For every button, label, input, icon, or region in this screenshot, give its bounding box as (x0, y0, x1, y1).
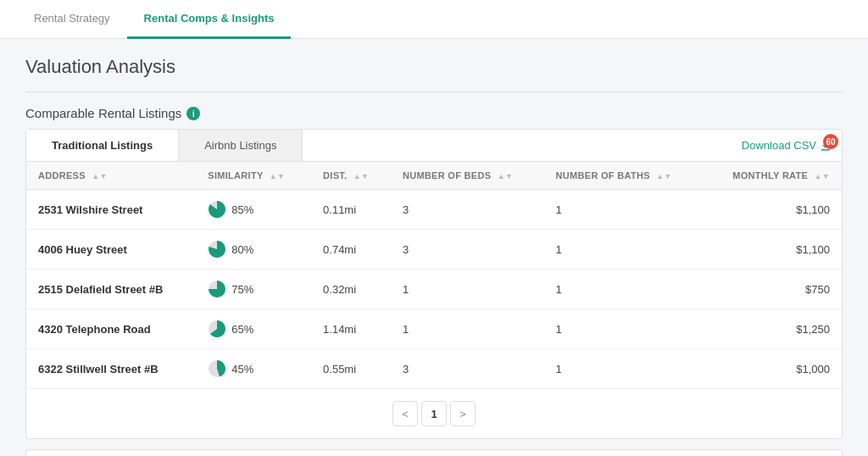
similarity-pie (208, 320, 226, 338)
listing-tabs: Traditional Listings Airbnb Listings Dow… (26, 130, 842, 162)
address-cell: 6322 Stillwell Street #B (26, 349, 196, 389)
rate-cell: $1,000 (704, 349, 842, 389)
page-title: Valuation Analysis (25, 56, 843, 78)
table-row: 4006 Huey Street 80% 0.74mi 3 1 $1,100 (26, 230, 842, 270)
csv-badge: 60 (823, 134, 838, 149)
info-icon[interactable]: i (186, 107, 200, 120)
similarity-pie (208, 280, 226, 298)
table-row: 2531 Wilshire Street 85% 0.11mi 3 1 $1,1… (26, 190, 842, 230)
sort-arrows-baths[interactable]: ▲▼ (656, 172, 671, 181)
sort-arrows-address[interactable]: ▲▼ (92, 172, 107, 181)
section-header: Comparable Rental Listings i (25, 106, 843, 120)
tabs-bar: Rental Strategy Rental Comps & Insights (0, 0, 868, 39)
download-csv-button[interactable]: Download CSV 60 (732, 132, 842, 158)
beds-cell: 3 (391, 190, 544, 230)
sort-arrows-dist[interactable]: ▲▼ (353, 172, 369, 181)
sort-arrows-beds[interactable]: ▲▼ (498, 172, 513, 181)
beds-cell: 1 (391, 270, 544, 309)
similarity-cell: 65% (196, 309, 311, 349)
similarity-pie (208, 359, 226, 378)
dist-cell: 0.55mi (311, 349, 391, 389)
similarity-cell: 45% (196, 349, 311, 389)
listing-tab-traditional[interactable]: Traditional Listings (26, 130, 179, 161)
address-cell: 4006 Huey Street (26, 230, 196, 270)
divider (25, 92, 843, 92)
th-dist: DIST. ▲▼ (311, 162, 391, 190)
address-cell: 2531 Wilshire Street (26, 190, 196, 230)
similarity-pie (208, 200, 226, 219)
tab-rental-comps[interactable]: Rental Comps & Insights (127, 0, 292, 39)
address-cell: 4320 Telephone Road (26, 309, 196, 349)
rate-cell: $1,250 (704, 309, 842, 349)
next-page-button[interactable]: > (450, 401, 476, 426)
baths-cell: 1 (544, 309, 704, 349)
baths-cell: 1 (544, 230, 704, 270)
prev-page-button[interactable]: < (392, 401, 418, 426)
data-table: ADDRESS ▲▼ SIMILARITY ▲▼ DIST. ▲▼ NUMB (26, 162, 842, 388)
main-container: Rental Strategy Rental Comps & Insights … (0, 0, 868, 456)
dist-cell: 0.11mi (311, 190, 391, 230)
th-monthly-rate: MONTHLY RATE ▲▼ (704, 162, 842, 190)
th-beds: NUMBER OF BEDS ▲▼ (391, 162, 544, 190)
sort-arrows-rate[interactable]: ▲▼ (815, 172, 830, 181)
similarity-cell: 80% (196, 230, 311, 270)
similarity-pie (208, 240, 226, 259)
dist-cell: 0.32mi (311, 270, 391, 309)
rate-cell: $750 (704, 270, 842, 309)
pagination: < 1 > (26, 388, 842, 438)
similarity-cell: 85% (196, 190, 311, 230)
listing-tab-airbnb[interactable]: Airbnb Listings (179, 130, 303, 161)
th-baths: NUMBER OF BATHS ▲▼ (544, 162, 704, 190)
table-row: 2515 Delafield Street #B 75% 0.32mi 1 1 … (26, 270, 842, 309)
baths-cell: 1 (544, 190, 704, 230)
section-title: Comparable Rental Listings (25, 106, 181, 120)
sort-arrows-similarity[interactable]: ▲▼ (270, 172, 285, 181)
table-row: 4320 Telephone Road 65% 1.14mi 1 1 $1,25… (26, 309, 842, 349)
beds-cell: 3 (391, 349, 544, 389)
similarity-cell: 75% (196, 270, 311, 309)
page-content: Valuation Analysis Comparable Rental Lis… (0, 39, 868, 456)
helpful-bar: Were these estimates helpful? Yes No (25, 449, 843, 456)
table-container: Traditional Listings Airbnb Listings Dow… (25, 129, 843, 439)
th-similarity: SIMILARITY ▲▼ (196, 162, 311, 190)
rate-cell: $1,100 (704, 230, 842, 270)
address-cell: 2515 Delafield Street #B (26, 270, 196, 309)
dist-cell: 0.74mi (311, 230, 391, 270)
beds-cell: 1 (391, 309, 544, 349)
baths-cell: 1 (544, 349, 704, 389)
current-page[interactable]: 1 (421, 401, 447, 426)
beds-cell: 3 (391, 230, 544, 270)
baths-cell: 1 (544, 270, 704, 309)
tab-rental-strategy[interactable]: Rental Strategy (17, 0, 127, 39)
table-row: 6322 Stillwell Street #B 45% 0.55mi 3 1 … (26, 349, 842, 389)
rate-cell: $1,100 (704, 190, 842, 230)
dist-cell: 1.14mi (311, 309, 391, 349)
th-address: ADDRESS ▲▼ (26, 162, 196, 190)
table-header-row: ADDRESS ▲▼ SIMILARITY ▲▼ DIST. ▲▼ NUMB (26, 162, 842, 190)
